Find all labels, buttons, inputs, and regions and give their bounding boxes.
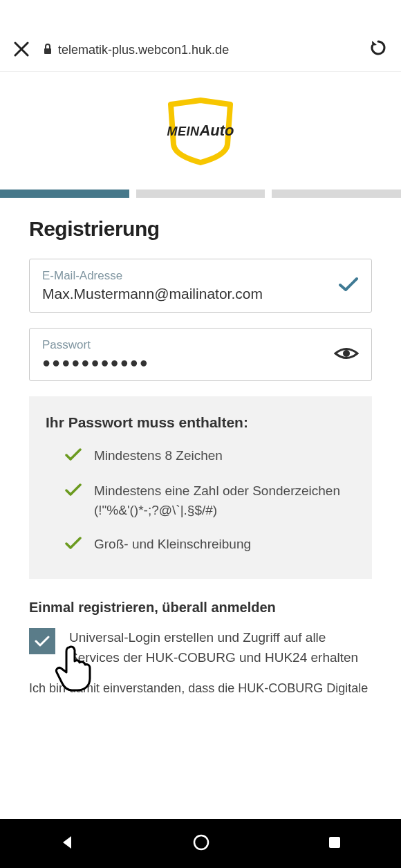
svg-point-2: [194, 835, 208, 849]
password-value: ●●●●●●●●●●●: [42, 355, 334, 371]
universal-login-consent: Universal-Login erstellen und Zugriff au…: [29, 628, 372, 667]
eye-icon[interactable]: [334, 344, 359, 365]
rule-item: Groß- und Kleinschreibung: [65, 535, 355, 556]
url-text[interactable]: telematik-plus.webcon1.huk.de: [58, 43, 369, 57]
logo: MEINAuto: [0, 72, 401, 190]
check-icon: [65, 483, 82, 503]
rule-text: Mindestens eine Zahl oder Sonderzeichen …: [94, 481, 355, 521]
svg-rect-3: [329, 837, 340, 848]
browser-bar: telematik-plus.webcon1.huk.de: [0, 29, 401, 72]
email-field[interactable]: E-Mail-Adresse Max.Mustermann@mailinator…: [29, 259, 372, 313]
nav-back-icon[interactable]: [59, 834, 75, 853]
page-title: Registrierung: [29, 217, 372, 241]
universal-login-checkbox[interactable]: [29, 628, 55, 654]
svg-rect-0: [44, 48, 51, 54]
lock-icon: [43, 44, 53, 57]
check-icon: [65, 536, 82, 556]
rule-item: Mindestens 8 Zeichen: [65, 446, 355, 468]
nav-recent-icon[interactable]: [327, 835, 342, 853]
check-icon: [65, 447, 82, 468]
rule-text: Mindestens 8 Zeichen: [94, 446, 223, 466]
universal-login-heading: Einmal registrieren, überall anmelden: [29, 600, 372, 616]
android-navbar: [0, 819, 401, 868]
rule-text: Groß- und Kleinschreibung: [94, 535, 251, 555]
email-label: E-Mail-Adresse: [42, 269, 338, 283]
check-icon: [338, 276, 359, 295]
progress-step-2: [136, 190, 265, 198]
rule-item: Mindestens eine Zahl oder Sonderzeichen …: [65, 481, 355, 521]
logo-text: MEINAuto: [167, 122, 234, 140]
consent-text: Ich bin damit einverstanden, dass die HU…: [29, 680, 372, 697]
svg-point-1: [343, 350, 350, 357]
password-label: Passwort: [42, 338, 334, 352]
close-icon[interactable]: [14, 39, 29, 62]
email-value: Max.Mustermann@mailinator.com: [42, 286, 338, 302]
progress-step-3: [272, 190, 401, 198]
password-rules: Ihr Passwort muss enthalten: Mindestens …: [29, 396, 372, 579]
rules-heading: Ihr Passwort muss enthalten:: [46, 414, 355, 431]
status-bar: [0, 0, 401, 29]
universal-login-label: Universal-Login erstellen und Zugriff au…: [69, 628, 372, 667]
password-field[interactable]: Passwort ●●●●●●●●●●●: [29, 328, 372, 381]
progress-bar: [0, 190, 401, 198]
reload-icon[interactable]: [369, 39, 387, 62]
nav-home-icon[interactable]: [192, 833, 210, 854]
progress-step-1: [0, 190, 129, 198]
